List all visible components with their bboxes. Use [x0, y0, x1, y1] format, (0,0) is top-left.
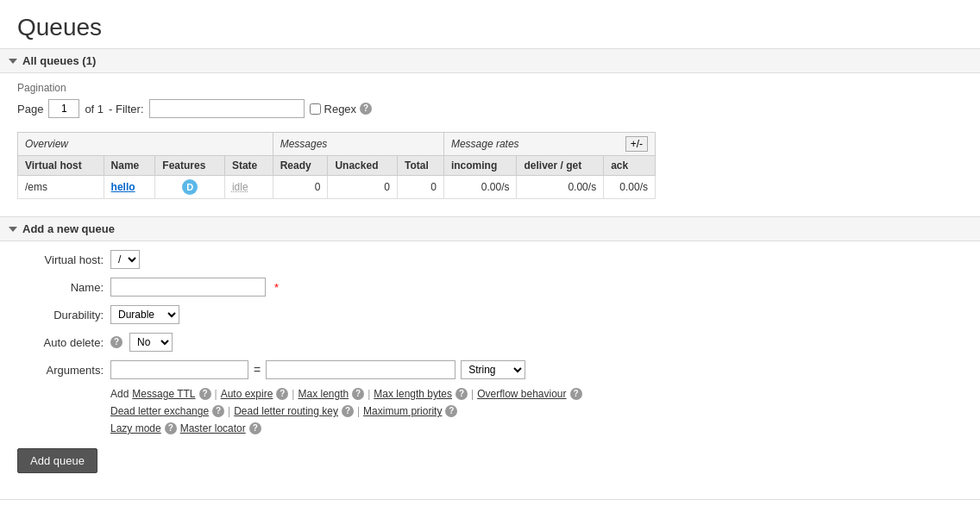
cell-ready: 0 [273, 176, 328, 199]
max-priority-help[interactable]: ? [445, 405, 457, 417]
table-row: /ems hello D idle 0 0 0 0.00/s 0.00/s 0.… [18, 176, 656, 199]
plus-minus-button[interactable]: +/- [625, 136, 648, 152]
name-row: Name: * [17, 278, 963, 297]
th-ack: ack [604, 156, 656, 176]
max-priority-link[interactable]: Maximum priority [363, 405, 442, 417]
add-queue-header: Add a new queue [0, 216, 980, 241]
regex-checkbox[interactable] [310, 103, 321, 115]
arg-key-input[interactable] [110, 360, 248, 379]
overflow-help[interactable]: ? [570, 388, 582, 400]
regex-label: Regex [324, 103, 357, 116]
add-queue-form: Virtual host: / Name: * Durability: Dura… [0, 241, 980, 490]
dead-letter-routing-help[interactable]: ? [342, 405, 354, 417]
arg-equals: = [254, 363, 261, 377]
collapse-icon[interactable] [9, 59, 17, 64]
arg-links-area-3: Lazy mode ? Master locator ? [110, 422, 963, 434]
max-length-help[interactable]: ? [352, 388, 364, 400]
plus-minus-header[interactable]: +/- [604, 133, 656, 156]
durability-row: Durability: Durable Transient [17, 305, 963, 324]
page-input[interactable] [48, 99, 79, 118]
name-label: Name: [17, 281, 104, 294]
arg-type-select[interactable]: String Number Boolean List [461, 360, 525, 379]
add-queue-button[interactable]: Add queue [17, 448, 97, 473]
add-link-label: Add [110, 388, 129, 400]
msg-ttl-help[interactable]: ? [199, 388, 211, 400]
th-virtual-host: Virtual host [18, 156, 104, 176]
th-unacked: Unacked [328, 156, 398, 176]
msg-ttl-link[interactable]: Message TTL [132, 388, 195, 400]
durability-label: Durability: [17, 309, 104, 322]
master-locator-link[interactable]: Master locator [180, 422, 246, 434]
auto-delete-label: Auto delete: [17, 336, 104, 349]
virtual-host-select[interactable]: / [110, 250, 140, 269]
messages-group-header: Messages [273, 133, 443, 156]
th-deliver-get: deliver / get [517, 156, 604, 176]
arg-links-area: Add Message TTL ? | Auto expire ? | Max … [110, 388, 963, 400]
auto-delete-row: Auto delete: ? No Yes [17, 333, 963, 352]
arg-value-input[interactable] [266, 360, 455, 379]
add-queue-section-label: Add a new queue [22, 222, 115, 235]
cell-total: 0 [398, 176, 444, 199]
state-label: idle [232, 181, 248, 193]
name-input[interactable] [110, 278, 266, 297]
arg-links-area-2: Dead letter exchange ? | Dead letter rou… [110, 405, 963, 417]
auto-expire-help[interactable]: ? [276, 388, 288, 400]
cell-ack: 0.00/s [604, 176, 656, 199]
cell-deliver-get: 0.00/s [517, 176, 604, 199]
th-total: Total [398, 156, 444, 176]
master-locator-help[interactable]: ? [249, 422, 261, 434]
overflow-link[interactable]: Overflow behaviour [477, 388, 566, 400]
message-rates-group-header: Message rates [443, 133, 603, 156]
lazy-mode-link[interactable]: Lazy mode [110, 422, 161, 434]
cell-incoming: 0.00/s [443, 176, 517, 199]
pagination-label: Pagination [17, 82, 963, 94]
cell-name[interactable]: hello [104, 176, 155, 199]
virtual-host-label: Virtual host: [17, 253, 104, 266]
add-queue-btn-row: Add queue [17, 448, 963, 473]
all-queues-label: All queues (1) [22, 54, 96, 67]
queues-table: Overview Messages Message rates +/- Virt… [17, 132, 656, 199]
auto-expire-link[interactable]: Auto expire [221, 388, 273, 400]
arguments-inputs: = String Number Boolean List [110, 360, 525, 379]
auto-delete-select[interactable]: No Yes [129, 333, 173, 352]
max-length-bytes-help[interactable]: ? [455, 388, 468, 400]
dead-letter-routing-link[interactable]: Dead letter routing key [234, 405, 338, 417]
overview-group-header: Overview [18, 133, 273, 156]
footer: HTTP APIServer DocsTutorialsCommunity Su… [0, 499, 980, 512]
cell-features: D [155, 176, 225, 199]
all-queues-header: All queues (1) [0, 48, 980, 73]
add-queue-collapse-icon[interactable] [9, 227, 17, 232]
arguments-label: Arguments: [17, 364, 104, 377]
filter-text: - Filter: [109, 103, 143, 116]
dead-letter-exchange-help[interactable]: ? [212, 405, 224, 417]
lazy-mode-help[interactable]: ? [165, 422, 177, 434]
max-length-bytes-link[interactable]: Max length bytes [374, 388, 452, 400]
queues-content: Pagination Page of 1 - Filter: Regex ? O… [0, 73, 980, 208]
th-state: State [224, 156, 273, 176]
queues-table-wrapper: Overview Messages Message rates +/- Virt… [17, 132, 963, 199]
th-ready: Ready [273, 156, 328, 176]
dead-letter-exchange-link[interactable]: Dead letter exchange [110, 405, 209, 417]
cell-virtual-host: /ems [18, 176, 104, 199]
durability-select[interactable]: Durable Transient [110, 305, 179, 324]
arguments-row: Arguments: = String Number Boolean List [17, 360, 963, 379]
th-incoming: incoming [443, 156, 517, 176]
filter-input[interactable] [149, 99, 305, 118]
cell-state: idle [224, 176, 273, 199]
regex-row: Regex ? [310, 103, 373, 116]
th-name: Name [104, 156, 155, 176]
required-star: * [274, 281, 279, 294]
of-text: of 1 [85, 103, 104, 116]
cell-unacked: 0 [328, 176, 398, 199]
auto-delete-help-icon[interactable]: ? [110, 336, 122, 348]
th-features: Features [155, 156, 225, 176]
max-length-link[interactable]: Max length [298, 388, 349, 400]
page-text: Page [17, 103, 43, 116]
virtual-host-row: Virtual host: / [17, 250, 963, 269]
features-durable-icon: D [182, 179, 198, 195]
pagination-row: Page of 1 - Filter: Regex ? [17, 99, 963, 118]
regex-help-icon[interactable]: ? [360, 103, 372, 115]
page-title: Queues [0, 0, 980, 48]
